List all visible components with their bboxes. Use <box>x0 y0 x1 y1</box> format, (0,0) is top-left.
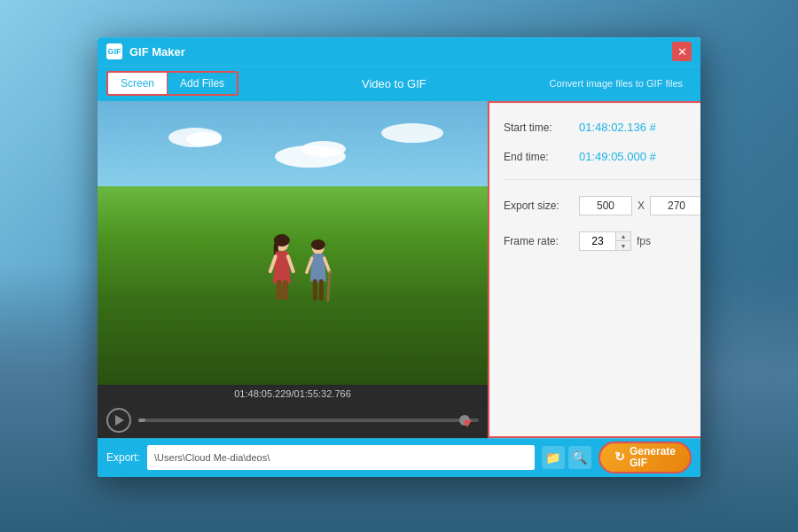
generate-gif-button[interactable]: ↻ Generate GIF <box>598 442 692 473</box>
footer-bar: Export: \Users\Cloud Me-dia\deos\ 📁 🔍 ↻ … <box>98 438 700 477</box>
refresh-icon: ↻ <box>614 450 625 464</box>
start-time-row: Start time: 01:48:02.136 # <box>504 121 700 134</box>
export-size-row: Export size: X <box>504 196 700 215</box>
x-separator: X <box>638 200 645 212</box>
video-thumbnail <box>98 101 488 385</box>
progress-bar[interactable] <box>138 419 479 422</box>
fps-input[interactable] <box>580 232 615 250</box>
generate-btn-text: Generate GIF <box>630 446 676 469</box>
progress-marker <box>463 420 472 427</box>
fps-controls: ▲ ▼ fps <box>579 231 651 251</box>
svg-rect-5 <box>277 280 282 300</box>
export-path[interactable]: \Users\Cloud Me-dia\deos\ <box>147 445 535 470</box>
gif-maker-dialog: GIF GIF Maker ✕ Screen Add Files Video t… <box>98 37 700 477</box>
app-icon: GIF <box>106 43 122 59</box>
characters <box>267 234 332 305</box>
time-display: 01:48:05.229/01:55:32.766 <box>234 388 351 399</box>
start-time-value: 01:48:02.136 # <box>579 121 700 134</box>
screen-addfiles-tabs: Screen Add Files <box>106 71 239 96</box>
footer-icons: 📁 🔍 <box>542 446 591 469</box>
tab-video-to-gif[interactable]: Video to GIF <box>362 77 426 90</box>
cloud-2 <box>186 132 222 146</box>
settings-panel: Start time: 01:48:02.136 # End time: 01:… <box>488 101 700 438</box>
tab-right: Convert image files to GIF files <box>550 66 692 101</box>
fps-up-arrow[interactable]: ▲ <box>616 232 630 241</box>
divider-1 <box>504 179 700 180</box>
end-time-label: End time: <box>504 151 579 163</box>
fps-arrows: ▲ ▼ <box>615 232 630 250</box>
video-area <box>98 101 488 385</box>
tab-add-files[interactable]: Add Files <box>168 73 237 94</box>
svg-rect-13 <box>319 279 324 301</box>
start-time-input[interactable]: 01:48:02.136 # <box>579 121 656 134</box>
folder-icon-button[interactable]: 📁 <box>542 446 565 469</box>
end-time-input[interactable]: 01:49:05.000 # <box>579 150 656 163</box>
generate-btn-inner: ↻ Generate GIF <box>614 446 676 469</box>
title-bar: GIF GIF Maker ✕ <box>98 37 700 66</box>
play-icon <box>115 415 124 426</box>
svg-point-8 <box>311 239 325 250</box>
dialog-title: GIF Maker <box>129 45 672 59</box>
export-label: Export: <box>106 451 140 464</box>
tab-bar: Screen Add Files Video to GIF Convert im… <box>98 66 700 101</box>
frame-rate-row: Frame rate: ▲ ▼ fps <box>504 231 700 251</box>
cloud-4 <box>301 141 346 157</box>
search-icon-button[interactable]: 🔍 <box>568 446 591 469</box>
play-button[interactable] <box>106 408 131 433</box>
cloud-5 <box>381 123 443 143</box>
svg-line-11 <box>328 272 330 301</box>
tab-screen[interactable]: Screen <box>108 73 167 94</box>
gif-label: GIF <box>630 458 676 469</box>
end-time-value: 01:49:05.000 # <box>579 150 700 163</box>
grass-dark <box>98 294 488 385</box>
svg-rect-6 <box>283 280 288 300</box>
tab-convert-label: Convert image files to GIF files <box>550 77 683 90</box>
fps-input-wrap: ▲ ▼ <box>579 231 631 251</box>
main-content: 01:48:05.229/01:55:32.766 Start time: <box>98 101 700 438</box>
fps-down-arrow[interactable]: ▼ <box>616 241 630 250</box>
frame-rate-label: Frame rate: <box>504 235 579 247</box>
svg-rect-12 <box>313 279 317 301</box>
character-girl <box>267 234 298 305</box>
progress-fill <box>138 419 145 422</box>
close-button[interactable]: ✕ <box>672 42 692 61</box>
timeline-bar: 01:48:05.229/01:55:32.766 <box>98 385 488 403</box>
start-time-label: Start time: <box>504 121 579 134</box>
tab-center: Video to GIF <box>239 66 550 101</box>
export-size-label: Export size: <box>504 200 579 212</box>
height-input[interactable] <box>650 196 700 215</box>
fps-label: fps <box>637 235 651 247</box>
end-time-row: End time: 01:49:05.000 # <box>504 150 700 163</box>
export-path-text: \Users\Cloud Me-dia\deos\ <box>154 452 270 463</box>
width-input[interactable] <box>579 196 632 215</box>
character-boy <box>305 239 332 305</box>
video-panel: 01:48:05.229/01:55:32.766 <box>98 101 488 438</box>
size-inputs: X <box>579 196 700 215</box>
controls-bar <box>98 403 488 438</box>
